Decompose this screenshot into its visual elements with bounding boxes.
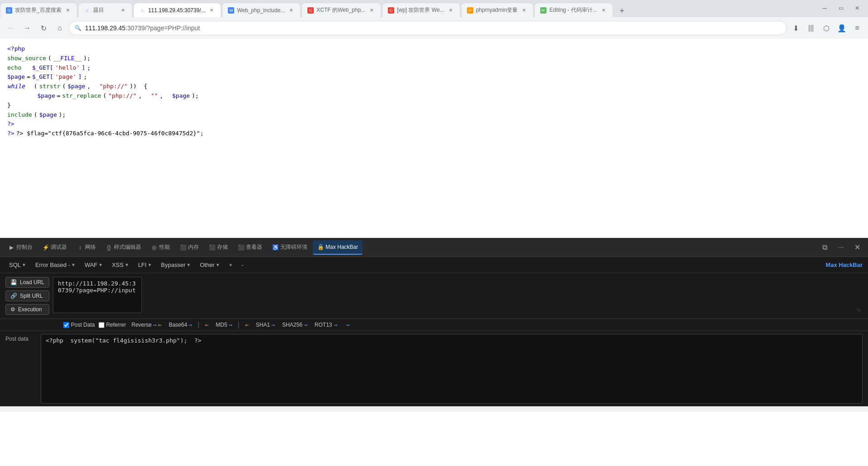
sha256-arrow: ⇒: [334, 323, 337, 328]
menu-item-other[interactable]: Other ▼: [196, 260, 223, 270]
bookmarks-button[interactable]: |||: [804, 21, 818, 35]
tab-2[interactable]: ○ 题目 ✕: [78, 3, 132, 17]
paren7: (: [34, 110, 38, 120]
execution-button[interactable]: ⚙ Execution: [5, 304, 49, 315]
devtools-tab-inspector[interactable]: ⬛ 查看器: [233, 240, 267, 255]
address-path: :30739/?page=PHP://input: [126, 24, 200, 32]
devtools-tab-debugger[interactable]: ⚡ 调试器: [38, 240, 71, 255]
url-decode[interactable]: ⇐: [243, 322, 250, 328]
php-scheme-string: "php://": [99, 82, 128, 91]
show-source-func: show_source: [7, 54, 46, 63]
menu-item-xss[interactable]: XSS ▼: [108, 260, 132, 270]
perf-icon: ◎: [151, 244, 157, 251]
devtools-tab-hackbar[interactable]: 🔒 Max HackBar: [313, 240, 363, 255]
back-button[interactable]: ←: [4, 21, 18, 35]
reload-button[interactable]: ↻: [36, 21, 51, 35]
tab-4-favicon: W: [228, 7, 234, 14]
download-button[interactable]: ⬇: [788, 21, 803, 35]
tab-7[interactable]: P phpmyadmin变量 ✕: [461, 3, 534, 17]
sha256-encode[interactable]: ROT13 ⇒: [313, 321, 339, 328]
execution-label: Execution: [18, 306, 42, 313]
close-window-button[interactable]: ✕: [850, 1, 864, 15]
tab-4-close[interactable]: ✕: [288, 7, 295, 14]
referrer-checkbox-label[interactable]: Referrer: [99, 322, 126, 328]
sha1-encode[interactable]: SHA256 ⇒: [280, 321, 309, 328]
minimize-button[interactable]: ─: [817, 1, 832, 15]
url-input[interactable]: [53, 277, 142, 313]
devtools-tab-storage[interactable]: ⬛ 存储: [204, 240, 232, 255]
url-input-wrapper: ⤡: [53, 277, 863, 315]
devtools-undock-button[interactable]: ⧉: [817, 240, 832, 255]
tab-7-close[interactable]: ✕: [520, 7, 528, 14]
tab-5-close[interactable]: ✕: [368, 7, 375, 14]
address-bar[interactable]: 🔍 111.198.29.45:30739/?page=PHP://input: [69, 21, 787, 35]
tab-4[interactable]: W Web_php_include... ✕: [222, 3, 301, 17]
php-scheme-string2: "php://": [108, 91, 137, 101]
devtools-more-button[interactable]: ···: [834, 240, 848, 255]
reverse-encode[interactable]: Reverse ⇒ ⇐: [130, 321, 164, 328]
sql-label: SQL: [9, 262, 21, 268]
tab-3[interactable]: ○ 111.198.29.45:30739/... ✕: [133, 3, 222, 17]
menu-item-remove[interactable]: -: [238, 260, 247, 270]
perf-label: 性能: [159, 243, 170, 251]
md5-label: SHA1: [256, 322, 270, 328]
horizontal-scrollbar[interactable]: [0, 406, 868, 412]
page-string: 'page': [55, 72, 76, 82]
post-data-checkbox[interactable]: [63, 322, 69, 328]
tab-6-close[interactable]: ✕: [447, 7, 454, 14]
hackbar-options: Post Data Referrer Reverse ⇒ ⇐ Base64 ⇒ …: [0, 319, 868, 331]
bypasser-arrow: ▼: [186, 262, 191, 267]
post-data-input[interactable]: [41, 334, 863, 404]
menu-button[interactable]: ≡: [850, 21, 864, 35]
menu-item-bypasser[interactable]: Bypasser ▼: [157, 260, 194, 270]
close-brace: }: [7, 101, 11, 110]
tab-6-favicon: C: [388, 7, 394, 14]
menu-item-lfi[interactable]: LFI ▼: [134, 260, 156, 270]
url-encode[interactable]: MD5 ⇒: [214, 321, 234, 328]
base64-encode[interactable]: Base64 ⇒: [167, 321, 194, 328]
menu-item-error-based[interactable]: Error Based - ▼: [32, 260, 79, 270]
devtools-tab-memory[interactable]: ⬛ 内存: [175, 240, 203, 255]
tab-1[interactable]: G 攻防世界_百度搜索 ✕: [0, 3, 77, 17]
tab-bar: G 攻防世界_百度搜索 ✕ ○ 题目 ✕ ○ 111.198.29.45:307…: [0, 0, 868, 17]
split-url-button[interactable]: 🔗 Split URL: [5, 290, 49, 301]
rot13-encode[interactable]: ⇒: [343, 322, 351, 328]
tab-6[interactable]: C [wp] 攻防世界 We... ✕: [382, 3, 460, 17]
devtools-close-button[interactable]: ✕: [850, 240, 864, 255]
new-tab-button[interactable]: +: [616, 5, 628, 17]
post-data-checkbox-label[interactable]: Post Data: [63, 322, 95, 328]
md5-encode[interactable]: SHA1 ⇒: [254, 321, 277, 328]
space2: (: [27, 82, 37, 91]
code-line-7: }: [7, 101, 861, 110]
menu-item-sql[interactable]: SQL ▼: [5, 260, 30, 270]
lfi-arrow: ▼: [147, 262, 152, 267]
memory-label: 内存: [188, 243, 199, 251]
toolbar-right: ⬇ ||| ⬡ 👤 ≡: [788, 21, 864, 35]
menu-item-add[interactable]: +: [226, 260, 236, 270]
base64-decode[interactable]: ⇐: [203, 322, 210, 328]
tab-5[interactable]: C XCTF 的Web_php... ✕: [302, 3, 381, 17]
maximize-button[interactable]: ▭: [834, 1, 848, 15]
tab-3-close[interactable]: ✕: [208, 7, 215, 14]
referrer-checkbox[interactable]: [99, 322, 104, 328]
devtools-tab-style-editor[interactable]: {} 样式编辑器: [101, 240, 146, 255]
home-button[interactable]: ⌂: [52, 21, 67, 35]
devtools-tab-accessibility[interactable]: ♿ 无障碍环境: [268, 240, 312, 255]
load-url-button[interactable]: 💾 Load URL: [5, 277, 49, 288]
devtools-tab-performance[interactable]: ◎ 性能: [146, 240, 175, 255]
menu-item-waf[interactable]: WAF ▼: [81, 260, 106, 270]
tab-2-close[interactable]: ✕: [119, 7, 127, 14]
devtools-right-controls: ⧉ ··· ✕: [817, 240, 864, 255]
tab-8[interactable]: ✏ Editing - 代码审计... ✕: [534, 3, 613, 17]
sync-button[interactable]: ⬡: [819, 21, 834, 35]
tab-8-close[interactable]: ✕: [600, 7, 607, 14]
tab-1-close[interactable]: ✕: [64, 7, 71, 14]
debugger-icon: ⚡: [42, 244, 49, 251]
flag-text: ?> $flag="ctf{876a5fca-96c6-4cbd-9075-46…: [16, 129, 204, 138]
devtools-tab-network[interactable]: ↕ 网络: [72, 240, 100, 255]
address-host: 111.198.29.45: [85, 24, 126, 32]
account-button[interactable]: 👤: [835, 21, 849, 35]
forward-button[interactable]: →: [20, 21, 34, 35]
inspector-label: 查看器: [246, 243, 262, 251]
devtools-tab-console[interactable]: ▶ 控制台: [4, 240, 37, 255]
